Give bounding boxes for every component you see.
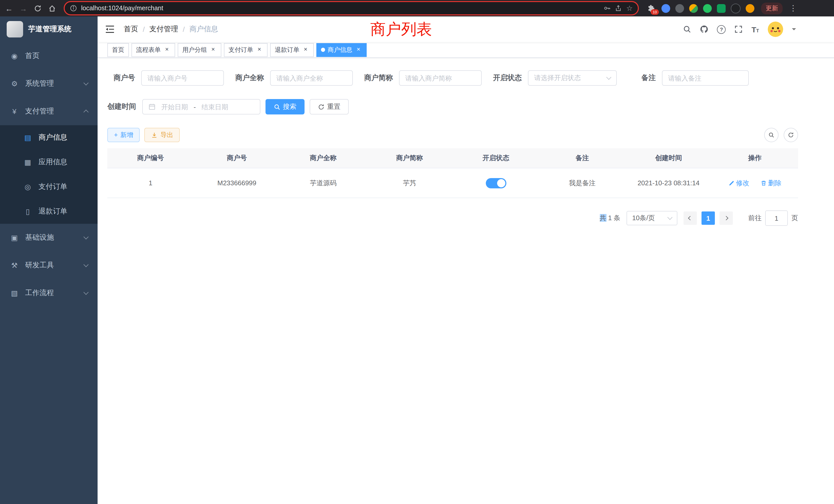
help-icon[interactable]: ? xyxy=(717,25,726,33)
app-title: 芋道管理系统 xyxy=(28,25,71,34)
chevron-right-icon xyxy=(724,216,728,221)
toggle-search-button[interactable] xyxy=(764,128,778,142)
status-toggle[interactable] xyxy=(486,178,506,188)
col-merchant-id: 商户编号 xyxy=(107,148,194,168)
goto-page-input[interactable] xyxy=(765,210,788,226)
sidebar-item-workflow[interactable]: ▧ 工作流程 xyxy=(0,279,97,307)
share-icon[interactable] xyxy=(615,5,622,12)
dashboard-icon: ◉ xyxy=(10,52,19,60)
start-date-input xyxy=(159,103,191,111)
extension-notes-icon[interactable] xyxy=(717,4,726,13)
main-area: 首页 / 支付管理 / 商户信息 ? T xyxy=(97,17,834,504)
browser-menu-icon[interactable]: ⋮ xyxy=(789,4,797,13)
hamburger-icon[interactable] xyxy=(105,25,114,33)
reload-icon[interactable] xyxy=(34,4,42,12)
reset-button[interactable]: 重置 xyxy=(310,99,349,114)
merchant-fullname-input[interactable] xyxy=(270,70,353,86)
extension-drop-icon[interactable] xyxy=(661,4,670,13)
sidebar-item-infrastructure[interactable]: ▣ 基础设施 xyxy=(0,224,97,251)
merchant-no-input[interactable] xyxy=(141,70,224,86)
target-icon: ◎ xyxy=(23,183,32,191)
remark-input[interactable] xyxy=(662,70,749,86)
sidebar-item-app-info[interactable]: ▦ 应用信息 xyxy=(0,150,97,175)
tab-process-form[interactable]: 流程表单 × xyxy=(131,43,175,57)
tab-home[interactable]: 首页 xyxy=(107,43,129,57)
flow-icon: ▧ xyxy=(10,289,19,297)
bookmark-star-icon[interactable]: ☆ xyxy=(626,4,633,12)
user-avatar[interactable] xyxy=(768,22,783,37)
breadcrumb-home[interactable]: 首页 xyxy=(124,25,138,34)
sidebar-item-devtools[interactable]: ⚒ 研发工具 xyxy=(0,251,97,279)
sidebar: 芋道管理系统 ◉ 首页 ⚙ 系统管理 ¥ 支付管理 ▤ 商户信息 xyxy=(0,17,97,504)
extension-avatar-icon[interactable] xyxy=(689,4,698,13)
tab-merchant-info[interactable]: 商户信息 × xyxy=(316,43,367,57)
password-key-icon[interactable] xyxy=(604,5,611,12)
edit-link[interactable]: 修改 xyxy=(728,178,749,188)
extension-dark-icon[interactable] xyxy=(675,4,684,13)
sidebar-item-refund-order[interactable]: ▯ 退款订单 xyxy=(0,199,97,224)
sidebar-item-home[interactable]: ◉ 首页 xyxy=(0,42,97,70)
table-header-row: 商户编号 商户号 商户全称 商户简称 开启状态 备注 创建时间 操作 xyxy=(107,148,798,168)
merchant-shortname-input[interactable] xyxy=(399,70,482,86)
page-jumper: 前往 页 xyxy=(748,210,798,226)
browser-update-button[interactable]: 更新 xyxy=(761,2,783,14)
sidebar-item-payment[interactable]: ¥ 支付管理 xyxy=(0,97,97,125)
home-icon[interactable] xyxy=(48,4,56,12)
sidebar-item-pay-order[interactable]: ◎ 支付订单 xyxy=(0,175,97,199)
close-icon[interactable]: × xyxy=(302,46,309,53)
page-content: 商户号 商户全称 商户简称 xyxy=(97,58,798,226)
tab-user-group[interactable]: 用户分组 × xyxy=(178,43,221,57)
delete-link[interactable]: 删除 xyxy=(761,178,782,188)
tab-refund-order[interactable]: 退款订单 × xyxy=(270,43,314,57)
cell-status xyxy=(453,168,539,198)
app-logo[interactable]: 芋道管理系统 xyxy=(0,17,97,42)
create-time-range-input[interactable]: - xyxy=(142,99,260,114)
extension-pin-icon[interactable] xyxy=(731,3,741,13)
end-date-input xyxy=(199,103,231,111)
chevron-down-icon xyxy=(667,215,673,220)
breadcrumb: 首页 / 支付管理 / 商户信息 xyxy=(124,25,218,34)
extension-green-icon[interactable] xyxy=(703,4,712,13)
pagination: 共 1 条 10条/页 1 前往 页 xyxy=(107,210,798,226)
cell-actions: 修改 删除 xyxy=(712,168,798,198)
close-icon[interactable]: × xyxy=(256,46,263,53)
forward-icon[interactable]: → xyxy=(20,4,27,12)
monitor-icon: ▣ xyxy=(10,233,19,242)
close-icon[interactable]: × xyxy=(210,46,217,53)
calendar-icon xyxy=(148,103,156,110)
page-1-button[interactable]: 1 xyxy=(702,211,715,225)
search-button[interactable]: 搜索 xyxy=(265,99,305,114)
tab-pay-order[interactable]: 支付订单 × xyxy=(224,43,267,57)
extensions-puzzle-icon[interactable]: 10 xyxy=(648,4,656,13)
close-icon[interactable]: × xyxy=(163,46,171,53)
browser-chrome: ← → localhost:1024/pay/merchant ☆ 10 xyxy=(0,0,834,17)
refresh-icon xyxy=(318,104,325,110)
address-bar[interactable]: localhost:1024/pay/merchant ☆ xyxy=(64,1,639,16)
prev-page-button[interactable] xyxy=(683,211,697,225)
breadcrumb-payment[interactable]: 支付管理 xyxy=(150,25,178,34)
close-icon[interactable]: × xyxy=(355,46,362,53)
sidebar-menu: ◉ 首页 ⚙ 系统管理 ¥ 支付管理 ▤ 商户信息 ▦ 应用信息 xyxy=(0,42,97,307)
back-icon[interactable]: ← xyxy=(5,4,13,12)
sidebar-item-merchant-info[interactable]: ▤ 商户信息 xyxy=(0,125,97,150)
add-button[interactable]: + 新增 xyxy=(107,128,140,142)
export-button[interactable]: 导出 xyxy=(145,128,180,142)
github-icon[interactable] xyxy=(700,25,708,33)
extension-profile-icon[interactable] xyxy=(746,4,754,13)
refresh-table-button[interactable] xyxy=(784,128,798,142)
fullscreen-icon[interactable] xyxy=(734,25,743,33)
search-icon[interactable] xyxy=(683,25,692,33)
sidebar-item-system[interactable]: ⚙ 系统管理 xyxy=(0,70,97,97)
page-size-select[interactable]: 10条/页 xyxy=(627,211,677,225)
remark-label: 备注 xyxy=(628,73,656,83)
next-page-button[interactable] xyxy=(720,211,733,225)
navbar-actions: ? TT xyxy=(683,22,796,37)
chevron-down-icon xyxy=(84,290,89,295)
font-size-icon[interactable]: TT xyxy=(751,25,759,33)
plus-icon: + xyxy=(114,131,118,139)
site-info-icon[interactable] xyxy=(70,5,77,12)
status-select[interactable]: 请选择开启状态 xyxy=(528,70,617,86)
avatar-caret-icon[interactable] xyxy=(792,28,796,32)
search-form-row-1: 商户号 商户全称 商户简称 xyxy=(107,70,798,86)
credit-card-icon: ▤ xyxy=(23,134,32,142)
